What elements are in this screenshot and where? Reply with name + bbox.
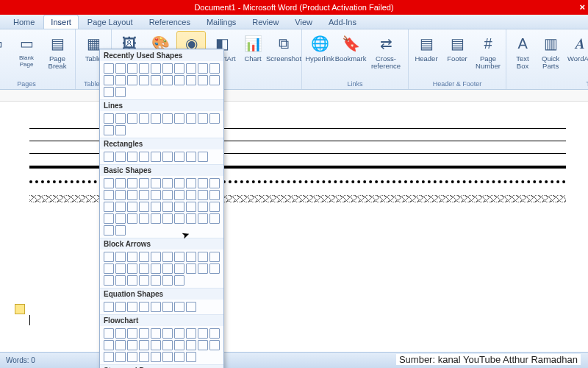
shape-option[interactable] [115,340,126,350]
shape-option[interactable] [174,63,184,74]
shape-option[interactable] [104,190,114,200]
shape-option[interactable] [198,213,208,224]
shape-option[interactable] [115,352,126,362]
shape-option[interactable] [139,75,149,85]
shape-option[interactable] [127,302,137,312]
shape-option[interactable] [186,302,196,312]
shape-option[interactable] [115,152,126,162]
cover-page-button[interactable]: ▭Cover Page [0,31,10,78]
shape-option[interactable] [104,113,114,124]
shape-option[interactable] [186,252,196,262]
shape-option[interactable] [151,302,161,312]
shapes-dropdown[interactable]: Recently Used ShapesLinesRectanglesBasic… [99,49,224,368]
shape-option[interactable] [115,87,126,97]
shape-option[interactable] [139,352,149,362]
shape-option[interactable] [104,225,114,236]
shape-option[interactable] [186,190,196,200]
shape-option[interactable] [104,328,114,339]
shape-option[interactable] [174,352,184,362]
shape-option[interactable] [174,152,184,162]
shape-option[interactable] [209,202,220,212]
shape-option[interactable] [198,75,208,85]
shape-option[interactable] [186,178,196,188]
shape-option[interactable] [139,63,149,74]
shape-option[interactable] [115,75,126,85]
shape-option[interactable] [174,328,184,339]
shape-option[interactable] [115,213,126,224]
shape-option[interactable] [139,213,149,224]
shape-option[interactable] [174,302,184,312]
shape-option[interactable] [162,152,173,162]
shape-option[interactable] [162,190,173,200]
shape-option[interactable] [104,252,114,262]
shape-option[interactable] [151,328,161,339]
blank-page-button[interactable]: ▭Blank Page [12,31,41,78]
shape-option[interactable] [151,352,161,362]
page-number-button[interactable]: #Page Number [473,31,503,78]
shape-option[interactable] [162,340,173,350]
shape-option[interactable] [115,275,126,286]
shape-option[interactable] [115,202,126,212]
shape-option[interactable] [198,113,208,124]
header-button[interactable]: ▤Header [412,31,441,78]
shape-option[interactable] [209,252,220,262]
shape-option[interactable] [209,113,220,124]
shape-option[interactable] [174,202,184,212]
shape-option[interactable] [174,263,184,274]
shape-option[interactable] [127,178,137,188]
quick-parts-button[interactable]: ▥Quick Parts [537,31,564,78]
shape-option[interactable] [209,328,220,339]
shape-option[interactable] [127,113,137,124]
shape-option[interactable] [115,125,126,135]
tab-page-layout[interactable]: Page Layout [80,15,140,29]
shape-option[interactable] [162,113,173,124]
comment-marker-icon[interactable] [15,304,25,314]
shape-option[interactable] [209,75,220,85]
shape-option[interactable] [186,263,196,274]
shape-option[interactable] [198,190,208,200]
shape-option[interactable] [151,75,161,85]
shape-option[interactable] [115,302,126,312]
word-count[interactable]: Words: 0 [6,356,35,364]
shape-option[interactable] [186,113,196,124]
shape-option[interactable] [198,178,208,188]
shape-option[interactable] [162,75,173,85]
shape-option[interactable] [151,63,161,74]
shape-option[interactable] [115,252,126,262]
shape-option[interactable] [127,263,137,274]
wordart-button[interactable]: 𝑨WordArt [565,31,588,78]
shape-option[interactable] [127,190,137,200]
shape-option[interactable] [115,113,126,124]
text-box-button[interactable]: AText Box [509,31,536,78]
shape-option[interactable] [174,340,184,350]
shape-option[interactable] [209,263,220,274]
shape-option[interactable] [162,263,173,274]
shape-option[interactable] [104,202,114,212]
shape-option[interactable] [209,213,220,224]
shape-option[interactable] [151,263,161,274]
chart-button[interactable]: 📊Chart [238,31,268,78]
shape-option[interactable] [104,213,114,224]
shape-option[interactable] [104,352,114,362]
shape-option[interactable] [104,75,114,85]
shape-option[interactable] [127,202,137,212]
tab-view[interactable]: View [287,15,320,29]
shape-option[interactable] [104,340,114,350]
shape-option[interactable] [162,202,173,212]
shape-option[interactable] [186,152,196,162]
shape-option[interactable] [151,213,161,224]
shape-option[interactable] [127,252,137,262]
shape-option[interactable] [151,113,161,124]
shape-option[interactable] [186,328,196,339]
shape-option[interactable] [209,190,220,200]
shape-option[interactable] [186,352,196,362]
shape-option[interactable] [174,75,184,85]
tab-home[interactable]: Home [6,15,42,29]
shape-option[interactable] [115,178,126,188]
shape-option[interactable] [127,63,137,74]
shape-option[interactable] [198,63,208,74]
shape-option[interactable] [162,213,173,224]
shape-option[interactable] [198,152,208,162]
page-break-button[interactable]: ▤Page Break [43,31,72,78]
tab-review[interactable]: Review [245,15,286,29]
